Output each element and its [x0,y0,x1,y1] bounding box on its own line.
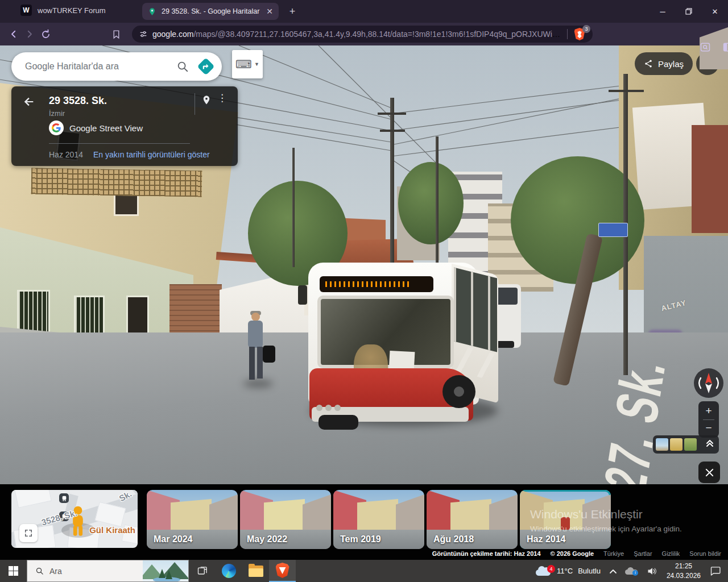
file-explorer-button[interactable] [242,560,269,582]
zoom-divider [703,419,714,420]
url-host: google.com [152,30,193,39]
start-button[interactable] [0,560,27,582]
thumbnail-label: Tem 2019 [340,534,381,544]
watermark-line1: Windows'u Etkinleştir [530,508,682,521]
clock-date: 24.03.2026 [667,571,701,580]
forward-button[interactable] [22,26,38,42]
tab-wowturkey-label: wowTURKEY Forum [38,6,106,15]
speaker-icon [647,566,658,576]
scene-crossarm [609,90,644,92]
taskbar-search-icon [35,567,44,575]
tab-google-maps-label: 29 3528. Sk. - Google Haritalar [162,7,261,15]
scene-tree [398,162,464,244]
compass-control[interactable] [694,368,723,398]
share-button[interactable]: Paylaş [635,52,693,75]
brave-shields-button[interactable]: 3 [573,27,587,41]
panel-provider-label: Google Street View [69,123,143,133]
close-carousel-button[interactable] [698,462,720,483]
thumbnail-agu-2018[interactable]: Ağu 2018 [427,490,518,549]
pedestrian-bag [263,346,275,363]
bus-windshield [317,296,454,368]
thumbnail-label: Haz 2014 [527,534,566,544]
back-icon [9,29,19,39]
edge-taskbar-button[interactable] [216,560,242,582]
panel-back-button[interactable] [23,95,35,110]
search-highlight-image[interactable] [143,560,188,581]
new-tab-button[interactable]: + [286,5,299,18]
thumbnail-may-2022[interactable]: May 2022 [240,490,331,549]
panel-capture-date: Haz 2014 [49,150,83,159]
bus-headlight [325,405,332,411]
transit-stop-icon [59,493,69,503]
zoom-out-button[interactable]: − [705,421,712,435]
tab-close-icon[interactable]: ✕ [266,7,273,16]
windows-taskbar: 4 11°C Bulutlu i [0,560,728,582]
maps-search-input[interactable] [25,61,176,72]
reload-button[interactable] [38,26,53,42]
reload-icon [40,29,51,40]
attribution-link-report[interactable]: Sorun bildir [689,550,721,557]
maps-search-box [11,52,222,81]
thumbnail-tem-2019[interactable]: Tem 2019 [333,490,424,549]
pedestrian-leg [249,347,255,380]
url-bar[interactable]: google.com/maps/@38.4097211,27.1605467,3… [132,26,593,43]
search-tabs-icon [700,41,711,53]
panel-pin-button[interactable] [201,94,212,108]
volume-tray-button[interactable] [643,566,662,576]
panel-date-row: Haz 2014 En yakın tarihli görüntüleri gö… [49,150,210,159]
tab-google-maps[interactable]: 29 3528. Sk. - Google Haritalar ✕ [142,3,279,20]
scene-minibus [308,263,499,408]
layer-thumbnail[interactable] [670,438,682,451]
location-pin-icon [201,94,212,106]
bookmark-button[interactable] [108,26,124,42]
restore-button[interactable] [676,0,702,23]
zoom-control: + − [698,401,719,438]
tab-wowturkey[interactable]: W wowTURKEY Forum [20,5,106,16]
attribution-link-privacy[interactable]: Gizlilik [662,550,680,557]
map-attribution: Görüntünün çekilme tarihi: Haz 2014 © 20… [432,549,721,558]
panel-more-options-button[interactable]: ⋮ [217,93,226,104]
show-hidden-icons-button[interactable] [605,568,621,574]
url-text[interactable]: google.com/maps/@38.4097211,27.1605467,3… [152,30,561,39]
back-button[interactable] [6,26,22,42]
scene-building-red [692,125,728,233]
taskbar-search-box[interactable] [27,560,189,582]
task-view-button[interactable] [189,560,216,582]
layer-thumbnail[interactable] [656,438,668,451]
onedrive-tray-button[interactable]: i [621,567,643,575]
show-recent-imagery-link[interactable]: En yakın tarihli görüntüleri göster [93,150,210,159]
search-icon[interactable] [176,60,189,73]
zoom-in-button[interactable]: + [705,404,712,418]
layer-thumbnail[interactable] [684,438,697,451]
weather-cloud-icon: 4 [535,566,552,576]
expand-layers-button[interactable] [705,439,714,450]
keyboard-tool-button[interactable]: ⌨ ▼ [232,50,263,78]
weather-widget[interactable]: 4 11°C Bulutlu [530,566,605,576]
action-center-button[interactable] [705,566,728,576]
minimize-button[interactable]: ─ [650,0,676,23]
panel-vertical-divider [195,93,195,115]
task-view-icon [197,566,208,577]
thumbnail-mar-2024[interactable]: Mar 2024 [147,490,238,549]
window-controls: ─ ✕ [650,0,728,23]
taskbar-search-input[interactable] [49,567,123,576]
taskbar-clock[interactable]: 21:25 24.03.2026 [662,562,705,580]
sidebar-icon [722,41,728,53]
minimap-expand-button[interactable] [19,524,38,542]
minimap[interactable]: 3528. Sk. Sk. Gül Kiraath [11,490,138,548]
directions-button[interactable] [198,59,214,74]
double-chevron-up-icon [705,439,714,448]
chevron-up-icon [609,568,617,574]
browser-tab-bar: W wowTURKEY Forum 29 3528. Sk. - Google … [0,0,728,23]
close-window-button[interactable]: ✕ [702,0,728,23]
maps-pin-favicon [148,7,156,16]
bookmark-icon [111,30,121,39]
search-tabs-button[interactable] [700,41,711,55]
pedestrian-shadow [243,380,273,388]
brave-taskbar-button[interactable] [269,560,296,582]
sidebar-button[interactable] [722,41,728,55]
thumbnail-label: Mar 2024 [154,534,193,544]
attribution-link-turkiye[interactable]: Türkiye [603,550,624,557]
bus-wheel-hub [454,386,464,397]
attribution-link-terms[interactable]: Şartlar [634,550,652,557]
